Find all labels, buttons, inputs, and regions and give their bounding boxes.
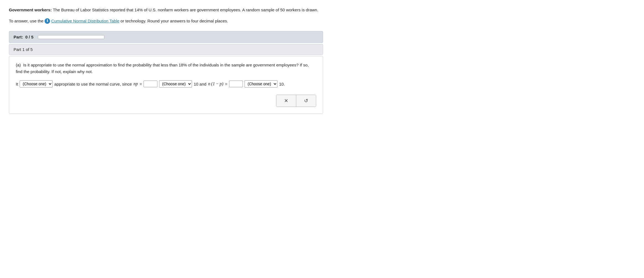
- clear-icon: ✕: [284, 98, 288, 104]
- n1-minus-p-formula: n (1 − p): [208, 80, 223, 88]
- part-header: Part: 0 / 5: [9, 31, 323, 43]
- part-subheader-label: Part 1 of 5: [14, 47, 33, 52]
- intro-bold: Government workers:: [9, 7, 52, 12]
- action-buttons-area: ✕ ↺: [16, 95, 316, 107]
- question-box: (a) Is it appropriate to use the normal …: [9, 56, 323, 114]
- question-label: (a): [16, 63, 21, 67]
- question-text: (a) Is it appropriate to use the normal …: [16, 62, 316, 75]
- instruction-suffix: or technology. Round your answers to fou…: [121, 18, 228, 24]
- equals1: =: [140, 80, 142, 88]
- info-icon[interactable]: ℹ: [45, 18, 50, 24]
- question-body: Is it appropriate to use the normal appr…: [16, 63, 309, 74]
- cumulative-normal-table-link[interactable]: Cumulative Normal Distribution Table: [51, 18, 120, 24]
- np-comparison-dropdown[interactable]: (Choose one)≥≤><: [159, 80, 192, 87]
- progress-bar: [38, 35, 104, 39]
- condition1-text: 10 and: [194, 80, 206, 88]
- answer-middle-text: appropriate to use the normal curve, sin…: [54, 80, 132, 88]
- intro-paragraph: Government workers: The Bureau of Labor …: [9, 7, 323, 13]
- np-value-input[interactable]: [144, 81, 157, 87]
- clear-button[interactable]: ✕: [276, 95, 296, 107]
- it-appropriateness-dropdown[interactable]: (Choose one)isis not: [20, 80, 53, 87]
- intro-main-text: The Bureau of Labor Statistics reported …: [52, 7, 318, 12]
- reset-button[interactable]: ↺: [296, 95, 316, 107]
- answer-row: It (Choose one)isis not appropriate to u…: [16, 80, 316, 88]
- equals2: =: [225, 80, 227, 88]
- n1-minus-p-comparison-dropdown[interactable]: (Choose one)≥≤><: [245, 80, 277, 87]
- n1-minus-p-value-input[interactable]: [229, 81, 243, 87]
- it-label: It: [16, 80, 18, 88]
- action-btn-group: ✕ ↺: [276, 95, 316, 107]
- condition2-text: 10.: [279, 80, 285, 88]
- reset-icon: ↺: [304, 98, 308, 104]
- instruction-line: To answer, use the ℹ Cumulative Normal D…: [9, 18, 323, 24]
- part-subheader: Part 1 of 5: [9, 44, 323, 55]
- part-label: Part: 0 / 5: [14, 35, 33, 39]
- np-formula: np: [134, 80, 138, 88]
- instruction-prefix: To answer, use the: [9, 18, 43, 24]
